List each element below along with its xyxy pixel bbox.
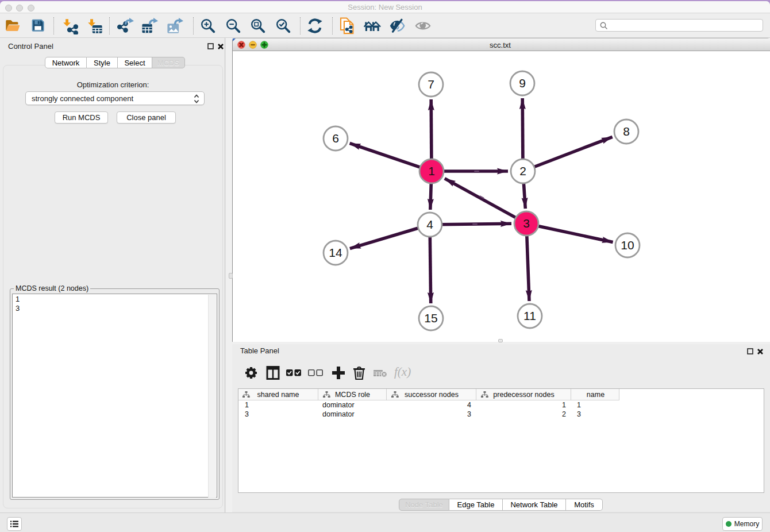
svg-text:1: 1 (428, 164, 435, 178)
svg-text:2: 2 (519, 164, 526, 178)
svg-text:11: 11 (523, 309, 536, 322)
svg-text:10: 10 (621, 238, 634, 252)
svg-text:6: 6 (332, 132, 339, 145)
svg-text:9: 9 (519, 76, 526, 90)
svg-text:7: 7 (428, 78, 434, 91)
svg-text:14: 14 (329, 246, 342, 259)
svg-text:4: 4 (426, 218, 433, 231)
svg-text:8: 8 (623, 125, 630, 138)
svg-text:15: 15 (424, 311, 437, 325)
svg-text:3: 3 (523, 217, 530, 230)
